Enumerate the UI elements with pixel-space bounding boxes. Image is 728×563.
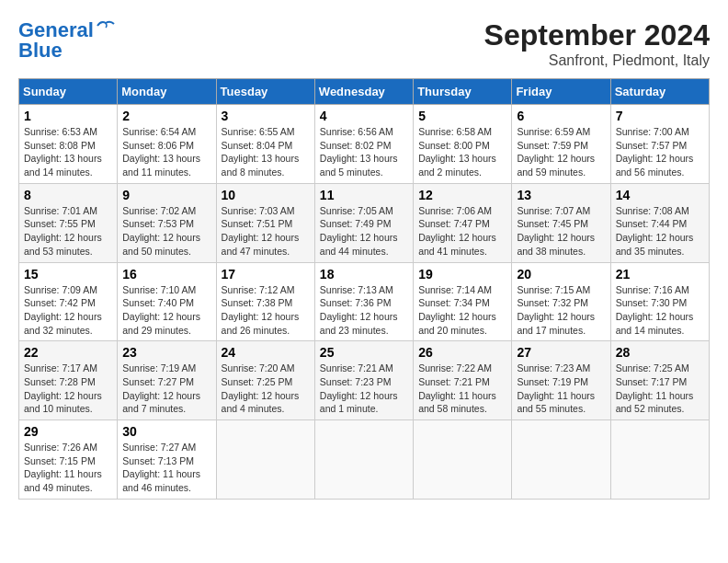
day-info: Sunrise: 7:21 AMSunset: 7:23 PMDaylight:… xyxy=(320,362,408,416)
day-number: 21 xyxy=(616,267,704,282)
day-info: Sunrise: 7:23 AMSunset: 7:19 PMDaylight:… xyxy=(517,362,605,416)
calendar-cell: 28Sunrise: 7:25 AMSunset: 7:17 PMDayligh… xyxy=(610,341,709,420)
calendar-cell xyxy=(610,420,709,500)
calendar-cell: 5Sunrise: 6:58 AMSunset: 8:00 PMDaylight… xyxy=(414,105,512,184)
day-number: 5 xyxy=(418,109,506,123)
day-number: 14 xyxy=(616,188,704,202)
calendar-cell: 26Sunrise: 7:22 AMSunset: 7:21 PMDayligh… xyxy=(414,341,512,420)
weekday-header-tuesday: Tuesday xyxy=(216,79,314,105)
day-info: Sunrise: 7:25 AMSunset: 7:17 PMDaylight:… xyxy=(616,362,704,416)
calendar-cell xyxy=(216,420,314,500)
day-info: Sunrise: 7:09 AMSunset: 7:42 PMDaylight:… xyxy=(24,283,112,338)
calendar-cell xyxy=(314,420,413,500)
day-number: 30 xyxy=(122,424,210,439)
day-number: 6 xyxy=(517,109,605,123)
day-info: Sunrise: 6:53 AMSunset: 8:08 PMDaylight:… xyxy=(24,125,112,179)
day-number: 1 xyxy=(24,109,112,123)
calendar-cell: 30Sunrise: 7:27 AMSunset: 7:13 PMDayligh… xyxy=(118,420,216,500)
page-subtitle: Sanfront, Piedmont, Italy xyxy=(484,52,710,69)
day-number: 27 xyxy=(517,345,605,360)
day-info: Sunrise: 7:14 AMSunset: 7:34 PMDaylight:… xyxy=(418,283,506,338)
day-number: 10 xyxy=(222,188,310,202)
day-number: 3 xyxy=(222,109,310,123)
day-number: 25 xyxy=(320,345,408,360)
weekday-header-thursday: Thursday xyxy=(414,79,512,105)
calendar-cell: 23Sunrise: 7:19 AMSunset: 7:27 PMDayligh… xyxy=(118,341,216,420)
day-info: Sunrise: 6:55 AMSunset: 8:04 PMDaylight:… xyxy=(222,125,310,179)
day-number: 16 xyxy=(122,267,210,282)
day-number: 7 xyxy=(616,109,704,123)
day-info: Sunrise: 7:26 AMSunset: 7:15 PMDaylight:… xyxy=(24,441,112,495)
calendar-cell: 2Sunrise: 6:54 AMSunset: 8:06 PMDaylight… xyxy=(118,105,216,184)
day-info: Sunrise: 7:08 AMSunset: 7:44 PMDaylight:… xyxy=(616,204,704,259)
calendar-cell: 18Sunrise: 7:13 AMSunset: 7:36 PMDayligh… xyxy=(314,262,413,341)
day-number: 9 xyxy=(122,188,210,202)
day-number: 11 xyxy=(320,188,408,202)
day-info: Sunrise: 7:01 AMSunset: 7:55 PMDaylight:… xyxy=(24,204,112,259)
day-number: 29 xyxy=(24,424,112,439)
calendar-cell: 19Sunrise: 7:14 AMSunset: 7:34 PMDayligh… xyxy=(414,262,512,341)
page-header: General Blue September 2024 Sanfront, Pi… xyxy=(18,18,710,69)
day-number: 12 xyxy=(418,188,506,202)
calendar-cell: 8Sunrise: 7:01 AMSunset: 7:55 PMDaylight… xyxy=(19,183,118,262)
day-number: 26 xyxy=(418,345,506,360)
day-info: Sunrise: 7:05 AMSunset: 7:49 PMDaylight:… xyxy=(320,204,408,259)
calendar-cell: 4Sunrise: 6:56 AMSunset: 8:02 PMDaylight… xyxy=(314,105,413,184)
day-info: Sunrise: 6:54 AMSunset: 8:06 PMDaylight:… xyxy=(122,125,210,179)
calendar-week-1: 1Sunrise: 6:53 AMSunset: 8:08 PMDaylight… xyxy=(19,105,710,184)
calendar-cell: 20Sunrise: 7:15 AMSunset: 7:32 PMDayligh… xyxy=(512,262,610,341)
calendar-cell: 13Sunrise: 7:07 AMSunset: 7:45 PMDayligh… xyxy=(512,183,610,262)
day-info: Sunrise: 7:12 AMSunset: 7:38 PMDaylight:… xyxy=(222,283,310,338)
calendar-cell: 11Sunrise: 7:05 AMSunset: 7:49 PMDayligh… xyxy=(314,183,413,262)
calendar-cell: 12Sunrise: 7:06 AMSunset: 7:47 PMDayligh… xyxy=(414,183,512,262)
day-number: 22 xyxy=(24,345,112,360)
calendar-week-3: 15Sunrise: 7:09 AMSunset: 7:42 PMDayligh… xyxy=(19,262,710,341)
day-number: 4 xyxy=(320,109,408,123)
calendar-cell: 27Sunrise: 7:23 AMSunset: 7:19 PMDayligh… xyxy=(512,341,610,420)
day-info: Sunrise: 7:02 AMSunset: 7:53 PMDaylight:… xyxy=(122,204,210,259)
day-info: Sunrise: 6:58 AMSunset: 8:00 PMDaylight:… xyxy=(418,125,506,179)
day-info: Sunrise: 7:10 AMSunset: 7:40 PMDaylight:… xyxy=(122,283,210,338)
calendar-cell: 7Sunrise: 7:00 AMSunset: 7:57 PMDaylight… xyxy=(610,105,709,184)
day-number: 28 xyxy=(616,345,704,360)
calendar-cell xyxy=(414,420,512,500)
calendar-week-5: 29Sunrise: 7:26 AMSunset: 7:15 PMDayligh… xyxy=(19,420,710,500)
logo: General Blue xyxy=(18,18,116,63)
day-info: Sunrise: 7:13 AMSunset: 7:36 PMDaylight:… xyxy=(320,283,408,338)
calendar-week-2: 8Sunrise: 7:01 AMSunset: 7:55 PMDaylight… xyxy=(19,183,710,262)
weekday-header-saturday: Saturday xyxy=(610,79,709,105)
weekday-header-friday: Friday xyxy=(512,79,610,105)
calendar-cell: 24Sunrise: 7:20 AMSunset: 7:25 PMDayligh… xyxy=(216,341,314,420)
day-info: Sunrise: 7:06 AMSunset: 7:47 PMDaylight:… xyxy=(418,204,506,259)
logo-bird-icon xyxy=(96,18,116,33)
day-number: 13 xyxy=(517,188,605,202)
day-number: 15 xyxy=(24,267,112,282)
day-info: Sunrise: 6:56 AMSunset: 8:02 PMDaylight:… xyxy=(320,125,408,179)
day-info: Sunrise: 7:27 AMSunset: 7:13 PMDaylight:… xyxy=(122,441,210,495)
day-info: Sunrise: 7:16 AMSunset: 7:30 PMDaylight:… xyxy=(616,283,704,338)
logo-blue-text: Blue xyxy=(18,39,63,63)
weekday-header-wednesday: Wednesday xyxy=(314,79,413,105)
calendar-cell: 15Sunrise: 7:09 AMSunset: 7:42 PMDayligh… xyxy=(19,262,118,341)
calendar-cell: 17Sunrise: 7:12 AMSunset: 7:38 PMDayligh… xyxy=(216,262,314,341)
day-number: 18 xyxy=(320,267,408,282)
day-info: Sunrise: 7:07 AMSunset: 7:45 PMDaylight:… xyxy=(517,204,605,259)
calendar-table: SundayMondayTuesdayWednesdayThursdayFrid… xyxy=(18,78,710,500)
calendar-cell: 9Sunrise: 7:02 AMSunset: 7:53 PMDaylight… xyxy=(118,183,216,262)
calendar-cell: 21Sunrise: 7:16 AMSunset: 7:30 PMDayligh… xyxy=(610,262,709,341)
day-number: 2 xyxy=(122,109,210,123)
day-info: Sunrise: 7:22 AMSunset: 7:21 PMDaylight:… xyxy=(418,362,506,416)
day-number: 8 xyxy=(24,188,112,202)
day-number: 20 xyxy=(517,267,605,282)
day-info: Sunrise: 7:03 AMSunset: 7:51 PMDaylight:… xyxy=(222,204,310,259)
title-block: September 2024 Sanfront, Piedmont, Italy xyxy=(484,18,710,69)
calendar-cell: 14Sunrise: 7:08 AMSunset: 7:44 PMDayligh… xyxy=(610,183,709,262)
day-info: Sunrise: 7:15 AMSunset: 7:32 PMDaylight:… xyxy=(517,283,605,338)
calendar-cell: 10Sunrise: 7:03 AMSunset: 7:51 PMDayligh… xyxy=(216,183,314,262)
calendar-header-row: SundayMondayTuesdayWednesdayThursdayFrid… xyxy=(19,79,710,105)
calendar-cell: 22Sunrise: 7:17 AMSunset: 7:28 PMDayligh… xyxy=(19,341,118,420)
day-info: Sunrise: 7:19 AMSunset: 7:27 PMDaylight:… xyxy=(122,362,210,416)
day-number: 23 xyxy=(122,345,210,360)
weekday-header-sunday: Sunday xyxy=(19,79,118,105)
day-info: Sunrise: 7:20 AMSunset: 7:25 PMDaylight:… xyxy=(222,362,310,416)
